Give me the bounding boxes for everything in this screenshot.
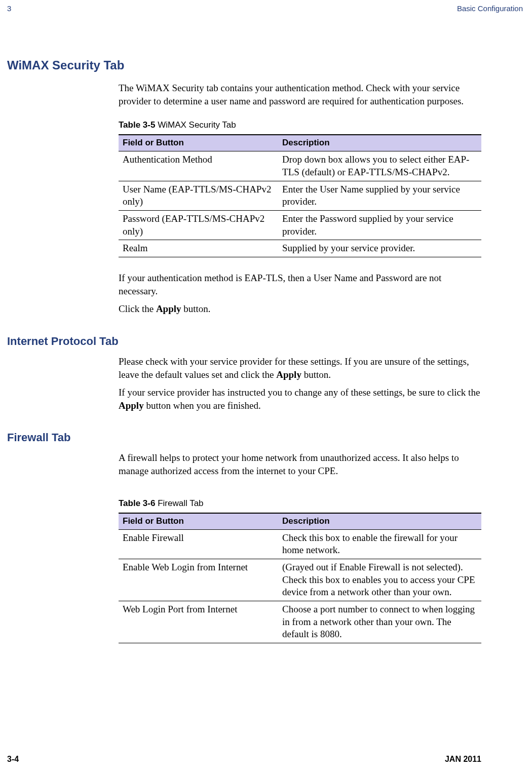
cell-desc: Enter the User Name supplied by your ser… (278, 181, 481, 210)
cell-desc: Choose a port number to connect to when … (278, 601, 481, 643)
section3-intro: A firewall helps to protect your home ne… (119, 451, 481, 477)
section2-body: Please check with your service provider … (119, 355, 481, 412)
apply-bold: Apply (119, 400, 144, 411)
apply-bold: Apply (276, 369, 301, 380)
table-row: Web Login Port from Internet Choose a po… (119, 601, 481, 643)
cell-field: Authentication Method (119, 151, 278, 181)
section3-body: A firewall helps to protect your home ne… (119, 451, 481, 643)
table-3-5-number: Table 3-5 (119, 120, 155, 130)
apply-bold: Apply (156, 303, 181, 314)
text: button when you are finished. (144, 400, 261, 411)
table-header-row: Field or Button Description (119, 135, 481, 151)
footer-date: JAN 2011 (445, 755, 481, 764)
cell-desc: Check this box to enable the firewall fo… (278, 529, 481, 559)
cell-field: Web Login Port from Internet (119, 601, 278, 643)
text: button. (181, 303, 211, 314)
heading-internet-protocol-tab: Internet Protocol Tab (0, 335, 481, 348)
document-page: 3 Basic Configuration WiMAX Security Tab… (0, 0, 532, 776)
table-row: User Name (EAP-TTLS/MS-CHAPv2 only) Ente… (119, 181, 481, 210)
cell-field: Realm (119, 240, 278, 257)
section2-p2: If your service provider has instructed … (119, 386, 481, 412)
cell-desc: Drop down box allows you to select eithe… (278, 151, 481, 181)
text: If your service provider has instructed … (119, 387, 480, 398)
table-3-5-caption: Table 3-5 WiMAX Security Tab (119, 120, 481, 131)
table-3-6-number: Table 3-6 (119, 498, 155, 508)
text: button. (301, 369, 331, 380)
heading-wimax-security-tab: WiMAX Security Tab (0, 58, 481, 72)
table-3-6-title: Firewall Tab (155, 498, 203, 508)
table-row: Realm Supplied by your service provider. (119, 240, 481, 257)
table-row: Enable Firewall Check this box to enable… (119, 529, 481, 559)
col-field-or-button: Field or Button (119, 135, 278, 151)
cell-field: Enable Web Login from Internet (119, 559, 278, 601)
section1-body: The WiMAX Security tab contains your aut… (119, 82, 481, 316)
col-description: Description (278, 135, 481, 151)
col-field-or-button: Field or Button (119, 513, 278, 529)
chapter-title: Basic Configuration (457, 4, 523, 13)
cell-desc: (Grayed out if Enable Firewall is not se… (278, 559, 481, 601)
page-header: 3 Basic Configuration (0, 0, 532, 13)
cell-desc: Enter the Password supplied by your serv… (278, 210, 481, 240)
table-3-5: Field or Button Description Authenticati… (119, 134, 481, 257)
table-3-5-title: WiMAX Security Tab (155, 120, 236, 130)
page-footer: 3-4 JAN 2011 (7, 755, 481, 764)
cell-field: Enable Firewall (119, 529, 278, 559)
page-number: 3-4 (7, 755, 19, 764)
cell-field: User Name (EAP-TTLS/MS-CHAPv2 only) (119, 181, 278, 210)
table-row: Enable Web Login from Internet (Grayed o… (119, 559, 481, 601)
table-3-6: Field or Button Description Enable Firew… (119, 513, 481, 643)
col-description: Description (278, 513, 481, 529)
table-row: Authentication Method Drop down box allo… (119, 151, 481, 181)
cell-field: Password (EAP-TTLS/MS-CHAPv2 only) (119, 210, 278, 240)
section2-p1: Please check with your service provider … (119, 355, 481, 381)
table-3-6-caption: Table 3-6 Firewall Tab (119, 498, 481, 510)
heading-firewall-tab: Firewall Tab (0, 431, 481, 444)
chapter-number: 3 (7, 4, 11, 13)
table-header-row: Field or Button Description (119, 513, 481, 529)
cell-desc: Supplied by your service provider. (278, 240, 481, 257)
content-area: WiMAX Security Tab The WiMAX Security ta… (0, 13, 532, 643)
text: Click the (119, 303, 156, 314)
section1-intro: The WiMAX Security tab contains your aut… (119, 82, 481, 107)
section1-after-p1: If your authentication method is EAP-TLS… (119, 271, 481, 297)
section1-after-p2: Click the Apply button. (119, 302, 481, 316)
table-row: Password (EAP-TTLS/MS-CHAPv2 only) Enter… (119, 210, 481, 240)
